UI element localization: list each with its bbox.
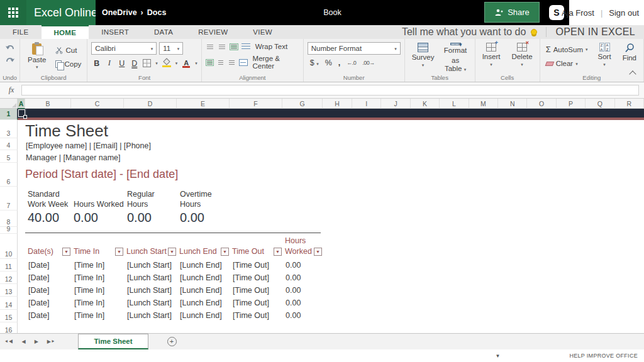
cell-time-out[interactable]: [Time Out] <box>230 261 282 270</box>
currency-button[interactable]: $ ▾ <box>310 58 319 67</box>
percent-button[interactable]: % <box>325 58 332 67</box>
cell-time-out[interactable]: [Time Out] <box>230 311 282 320</box>
column-header[interactable]: G <box>282 99 323 109</box>
filter-button[interactable]: ▼ <box>314 248 322 256</box>
cell-time-out[interactable]: [Time Out] <box>230 273 282 282</box>
cell-hours-worked[interactable]: 0.00 <box>282 286 323 295</box>
ribbon-tab[interactable]: INSERT <box>89 25 142 39</box>
sheet-tab-time-sheet[interactable]: Time Sheet <box>78 334 148 349</box>
cell-hours-worked[interactable]: 0.00 <box>282 299 323 307</box>
formula-input[interactable] <box>21 85 639 96</box>
cell-date[interactable]: [Date] <box>25 286 71 295</box>
cell-lunch-end[interactable]: [Lunch End] <box>177 261 230 270</box>
cell-hours-worked[interactable]: 0.00 <box>282 261 323 270</box>
column-header[interactable]: N <box>498 99 527 109</box>
survey-button[interactable]: Survey ▾ <box>409 42 438 74</box>
sheet-area[interactable]: 1 3 4 5 6 7 8 9 10 11 12 13 14 15 16 <box>0 109 644 333</box>
font-size-select[interactable]: 11 ▾ <box>159 42 183 55</box>
underline-button[interactable]: U <box>118 59 126 68</box>
row-header[interactable]: 4 <box>0 138 18 150</box>
cell-hours-worked[interactable]: 0.00 <box>282 273 323 282</box>
increase-decimal-button[interactable]: ←.0 <box>347 60 356 66</box>
open-in-excel-button[interactable]: OPEN IN EXCEL <box>547 25 644 39</box>
align-top-button[interactable] <box>206 43 214 50</box>
row-header[interactable]: 14 <box>0 297 18 310</box>
filter-button[interactable]: ▼ <box>274 248 282 256</box>
sign-out-link[interactable]: Sign out <box>609 8 639 18</box>
ribbon-tab[interactable]: REVIEW <box>186 25 240 39</box>
column-header[interactable]: H <box>323 99 352 109</box>
cell-lunch-start[interactable]: [Lunch Start] <box>124 261 177 270</box>
align-left-button[interactable] <box>206 59 214 66</box>
autosum-button[interactable]: Σ AutoSum ▾ <box>544 44 590 55</box>
column-header[interactable]: K <box>411 99 440 109</box>
help-improve-office-link[interactable]: HELP IMPROVE OFFICE <box>569 353 638 359</box>
cell-time-in[interactable]: [Time In] <box>71 299 124 307</box>
row-header[interactable]: 7 <box>0 187 18 211</box>
font-family-select[interactable]: Calibri ▾ <box>91 42 157 55</box>
status-caret-icon[interactable]: ▼ <box>496 353 501 359</box>
format-as-table-button[interactable]: Format as Table ▾ <box>440 42 470 74</box>
filter-button[interactable]: ▼ <box>168 248 176 256</box>
cell-time-in[interactable]: [Time In] <box>71 273 124 282</box>
cell-date[interactable]: [Date] <box>25 299 71 307</box>
prev-sheet-button[interactable]: ◀ <box>18 339 30 344</box>
column-header[interactable]: I <box>352 99 381 109</box>
italic-button[interactable]: I <box>105 58 113 68</box>
cell-time-in[interactable]: [Time In] <box>71 286 124 295</box>
row-header[interactable]: 6 <box>0 163 18 187</box>
column-header[interactable]: L <box>440 99 469 109</box>
undo-icon[interactable] <box>5 44 15 52</box>
cut-button[interactable]: Cut <box>53 46 83 55</box>
find-button[interactable]: Find <box>619 42 640 74</box>
cell-time-out[interactable]: [Time Out] <box>230 299 282 307</box>
row-header[interactable]: 5 <box>0 150 18 163</box>
column-header[interactable]: J <box>381 99 410 109</box>
tell-me-box[interactable]: Tell me what you want to do <box>393 25 546 39</box>
fill-color-button[interactable] <box>162 59 171 67</box>
row-header[interactable]: 15 <box>0 310 18 322</box>
column-header[interactable]: P <box>557 99 586 109</box>
last-sheet-button[interactable]: ▶⯈ <box>43 339 60 345</box>
double-underline-button[interactable]: D <box>130 59 138 68</box>
cell-time-in[interactable]: [Time In] <box>71 311 124 320</box>
row-header[interactable]: 1 <box>0 109 18 120</box>
wrap-text-button[interactable]: Wrap Text <box>253 42 289 51</box>
number-format-select[interactable]: Number Format ▾ <box>308 42 401 55</box>
borders-button[interactable] <box>143 59 151 67</box>
cell-lunch-end[interactable]: [Lunch End] <box>177 273 230 282</box>
align-center-button[interactable] <box>217 59 225 66</box>
copy-button[interactable]: Copy <box>53 60 83 69</box>
ribbon-tab[interactable]: HOME <box>42 25 89 39</box>
cell-lunch-start[interactable]: [Lunch Start] <box>124 299 177 307</box>
cell-hours-worked[interactable]: 0.00 <box>282 311 323 320</box>
delete-cells-button[interactable]: × Delete ▾ <box>508 42 535 74</box>
sort-button[interactable]: ZAAZ Sort ▾ <box>595 42 614 74</box>
ribbon-tab[interactable]: FILE <box>0 25 42 39</box>
row-header[interactable]: 10 <box>0 234 18 259</box>
add-sheet-button[interactable]: + <box>167 337 177 346</box>
cell-date[interactable]: [Date] <box>25 311 71 320</box>
cell-lunch-end[interactable]: [Lunch End] <box>177 286 230 295</box>
insert-cells-button[interactable]: + Insert ▾ <box>479 42 504 74</box>
share-button[interactable]: Share <box>484 2 540 23</box>
column-header[interactable]: E <box>177 99 230 109</box>
filter-button[interactable]: ▼ <box>62 248 70 256</box>
align-middle-button[interactable] <box>218 43 226 50</box>
merge-center-button[interactable]: Merge & Center <box>251 54 299 70</box>
row-header[interactable]: 13 <box>0 284 18 297</box>
first-sheet-button[interactable]: ⯇◀ <box>0 339 18 345</box>
selected-cell-a1[interactable] <box>17 109 26 118</box>
app-launcher-button[interactable] <box>0 0 26 25</box>
filter-button[interactable]: ▼ <box>115 248 123 256</box>
cell-lunch-start[interactable]: [Lunch Start] <box>124 273 177 282</box>
select-all-corner[interactable] <box>0 99 18 109</box>
cell-lunch-start[interactable]: [Lunch Start] <box>124 286 177 295</box>
align-bottom-button[interactable] <box>230 43 238 50</box>
cell-time-out[interactable]: [Time Out] <box>230 286 282 295</box>
clear-button[interactable]: Clear ▾ <box>544 59 590 68</box>
ribbon-tab[interactable]: VIEW <box>240 25 285 39</box>
column-header[interactable]: C <box>71 99 124 109</box>
row-header[interactable]: 9 <box>0 227 18 234</box>
column-header[interactable]: F <box>230 99 282 109</box>
